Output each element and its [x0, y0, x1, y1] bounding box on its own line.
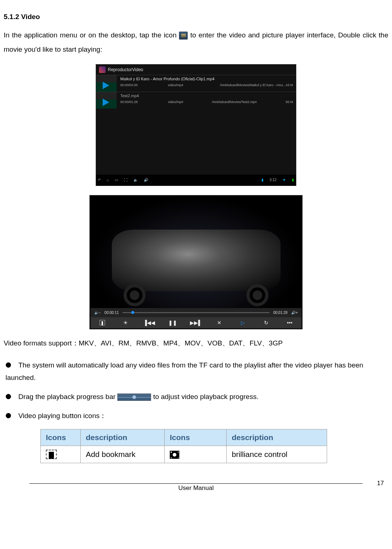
- bookmark-icon[interactable]: [99, 319, 106, 326]
- bullet-text: Drag the playback progress bar to adjust…: [18, 391, 388, 403]
- app-icon: [99, 66, 106, 73]
- screenshot-video-list: ReproductorVideo Maikol y El Karo - Amor…: [96, 64, 296, 186]
- video-duration: 00:00/04:00: [120, 83, 168, 87]
- control-bar: ☀ ▐◀◀ ❚❚ ▶▶▌ ✕ ▷ ↻ •••: [91, 317, 301, 328]
- current-time: 00:00:11: [105, 311, 119, 315]
- video-frame[interactable]: [91, 196, 301, 308]
- video-thumbnail-icon: [96, 75, 117, 92]
- status-time: 3:12: [270, 178, 276, 182]
- brilliance-control-icon: [170, 451, 179, 459]
- video-duration: 00:00/01:28: [120, 100, 168, 104]
- icons-table: Icons description Icons description Add …: [40, 429, 327, 463]
- close-icon[interactable]: ✕: [216, 319, 223, 326]
- paragraph-intro: In the application menu or on the deskto…: [4, 28, 388, 57]
- capture-icon[interactable]: ⛶: [124, 178, 128, 182]
- more-icon[interactable]: •••: [286, 319, 293, 326]
- total-time: 00:01:28: [273, 311, 287, 315]
- video-title: Maikol y El Karo - Amor Profundo (Oficia…: [120, 75, 293, 83]
- page-number: 17: [377, 480, 384, 487]
- table-header-row: Icons description Icons description: [41, 429, 327, 446]
- back-icon[interactable]: ↶: [98, 178, 101, 182]
- bullet-text-part: to adjust video playback progress.: [153, 393, 259, 400]
- video-path: /mnt/sdcard/Movies/Maikol y El Karo - Am…: [212, 83, 293, 87]
- app-title-text: ReproductorVideo: [108, 67, 143, 72]
- list-item: ⬤ The system will automatically load any…: [4, 359, 388, 384]
- list-item: ⬤ Drag the playback progress bar to adju…: [4, 391, 388, 403]
- header-icons: Icons: [165, 429, 227, 446]
- home-icon[interactable]: ⌂: [107, 178, 109, 182]
- progress-bar-icon: [117, 394, 151, 401]
- header-description: description: [81, 429, 165, 446]
- video-title: Test2.mp4: [120, 92, 293, 100]
- list-item: ⬤ Video playing button icons：: [4, 410, 388, 422]
- next-icon[interactable]: ▶▶▌: [193, 319, 199, 326]
- cell-icon: [41, 446, 81, 463]
- video-list-row[interactable]: Maikol y El Karo - Amor Profundo (Oficia…: [96, 75, 296, 92]
- video-list-row[interactable]: Test2.mp4 00:00/01:28 video/mp4 /mnt/sdc…: [96, 92, 296, 109]
- header-description: description: [227, 429, 327, 446]
- video-content: [246, 284, 268, 306]
- bullet-icon: ⬤: [4, 391, 18, 402]
- footer-line: [29, 483, 363, 484]
- refresh-icon[interactable]: ↻: [263, 319, 270, 326]
- footer: 17 User Manual: [4, 483, 388, 498]
- app-title-bar: ReproductorVideo: [96, 65, 296, 75]
- bullet-text: The system will automatically load any v…: [6, 359, 388, 384]
- svg-rect-1: [102, 321, 103, 325]
- formats-support: Video formats support：MKV、AVI、RM、RMVB、MP…: [4, 338, 388, 348]
- header-icons: Icons: [41, 429, 81, 446]
- video-size: 56 M: [275, 100, 293, 104]
- seek-track[interactable]: [122, 312, 270, 313]
- bullet-list: ⬤ The system will automatically load any…: [4, 359, 388, 422]
- video-content: [112, 230, 281, 291]
- wifi-icon: ▼: [282, 178, 286, 182]
- recent-icon[interactable]: ▭: [115, 178, 118, 182]
- add-bookmark-icon: [46, 450, 57, 459]
- bullet-text: Video playing button icons：: [18, 410, 388, 422]
- vol-up-icon[interactable]: 🔊+: [291, 311, 298, 315]
- vol-up-icon[interactable]: 🔊: [144, 178, 148, 182]
- bullet-icon: ⬤: [4, 410, 18, 421]
- vol-down-icon[interactable]: 🔉−: [94, 311, 101, 315]
- para1-text-a: In the application menu or on the deskto…: [4, 31, 179, 39]
- previous-icon[interactable]: ▐◀◀: [146, 319, 153, 326]
- cell-description: Add bookmark: [81, 446, 165, 463]
- table-row: Add bookmark brilliance control: [41, 446, 327, 463]
- footer-label: User Manual: [4, 484, 388, 492]
- video-path: /mnt/sdcard/Movies/Test2.mp4: [212, 100, 275, 104]
- video-type: video/mp4: [168, 83, 212, 87]
- cell-description: brilliance control: [227, 446, 327, 463]
- video-type: video/mp4: [168, 100, 212, 104]
- video-content: [124, 284, 146, 306]
- screenshot-video-player: 🔉− 00:00:11 00:01:28 🔊+ ☀ ▐◀◀ ❚❚ ▶▶▌ ✕ ▷…: [89, 195, 303, 329]
- vol-down-icon[interactable]: 🔈: [133, 178, 138, 182]
- signal-icon: ▮: [261, 178, 264, 182]
- pause-icon[interactable]: ❚❚: [169, 319, 176, 326]
- video-app-icon: [179, 32, 188, 40]
- android-navbar: ↶ ⌂ ▭ ⛶ 🔈 🔊 ▮ 3:12 ▼ ▮: [96, 175, 296, 186]
- video-thumbnail-icon: [96, 92, 117, 109]
- battery-icon: ▮: [292, 178, 294, 182]
- triangle-icon[interactable]: ▷: [239, 319, 246, 326]
- cell-icon: [165, 446, 227, 463]
- brightness-icon[interactable]: ☀: [122, 319, 129, 326]
- section-heading: 5.1.2 Video: [4, 13, 388, 21]
- progress-bar[interactable]: 🔉− 00:00:11 00:01:28 🔊+: [91, 308, 301, 317]
- bullet-text-part: Drag the playback progress bar: [18, 393, 117, 400]
